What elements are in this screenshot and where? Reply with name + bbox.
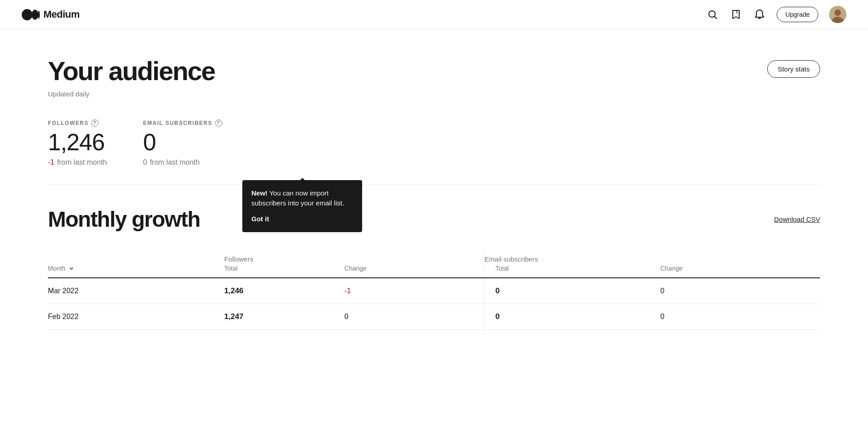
email-stat-block: EMAIL SUBSCRIBERS ? 0 0 from last month [143,119,222,167]
page-title: Your audience [48,57,215,86]
tooltip-bold: New! [251,189,268,197]
search-icon[interactable] [706,8,719,21]
followers-change-value: -1 [48,158,54,167]
updated-subtitle: Updated daily [48,90,215,98]
medium-logo-icon [22,9,40,20]
email-label: EMAIL SUBSCRIBERS ? [143,119,222,127]
table-email-group-header: Email subscribers [484,250,820,265]
monthly-growth-table: Followers Email subscribers Month [48,250,820,330]
followers-label: FOLLOWERS ? [48,119,107,127]
logo-text: Medium [43,9,80,20]
table-followers-change-header: Change [344,265,485,278]
email-count: 0 [143,130,222,154]
table-cell-followers-change-1: 0 [344,304,485,329]
stats-row: FOLLOWERS ? 1,246 -1 from last month EMA… [48,119,820,167]
followers-stat-block: FOLLOWERS ? 1,246 -1 from last month [48,119,107,167]
monthly-growth-header: Monthly growth Download CSV [48,207,820,232]
table-cell-email-change-1: 0 [660,304,820,329]
svg-line-4 [715,17,717,19]
tooltip-got-it-button[interactable]: Got it [251,214,353,224]
page-title-block: Your audience Updated daily [48,57,215,98]
email-info-icon[interactable]: ? [215,119,222,127]
email-change-value: 0 [143,158,147,167]
svg-point-0 [22,9,33,20]
table-cell-month-0: Mar 2022 [48,278,224,304]
table-month-col-header[interactable]: Month [48,265,224,278]
followers-info-icon[interactable]: ? [91,119,99,127]
table-sub-header-row: Month Total Change Total Change [48,265,820,278]
header: Medium Upgrade [0,0,868,29]
header-left: Medium [22,9,80,20]
story-stats-button[interactable]: Story stats [767,60,820,78]
table-cell-followers-change-0: -1 [344,278,485,304]
table-followers-total-header: Total [224,265,344,278]
logo[interactable]: Medium [22,9,80,20]
svg-point-2 [38,10,40,19]
upgrade-button[interactable]: Upgrade [777,7,818,22]
table-body: Mar 2022 1,246 -1 0 0 Feb 2022 1,247 0 0… [48,278,820,330]
table-cell-email-total-0: 0 [484,278,660,304]
avatar[interactable] [829,6,846,23]
table-email-change-header: Change [660,265,820,278]
main-content: Your audience Updated daily Story stats … [0,29,868,357]
table-cell-email-total-1: 0 [484,304,660,329]
table-row: Mar 2022 1,246 -1 0 0 [48,278,820,304]
monthly-growth-title: Monthly growth [48,207,200,232]
download-csv-link[interactable]: Download CSV [774,215,820,223]
month-sort-icon[interactable] [68,265,75,272]
bookmark-icon[interactable] [730,8,742,21]
section-divider: New! You can now import subscribers into… [48,185,820,185]
table-email-total-header: Total [484,265,660,278]
table-cell-month-1: Feb 2022 [48,304,224,329]
followers-count: 1,246 [48,130,107,154]
followers-change: -1 from last month [48,158,107,167]
page-header: Your audience Updated daily Story stats [48,57,820,98]
svg-point-7 [835,10,841,16]
svg-point-1 [32,10,38,19]
table-followers-group-header: Followers [224,250,484,265]
table-group-header-row: Followers Email subscribers [48,250,820,265]
table-month-empty-header [48,250,224,265]
import-tooltip: New! You can now import subscribers into… [242,180,362,233]
email-change: 0 from last month [143,158,222,167]
email-change-suffix: from last month [150,158,199,167]
monthly-growth-table-container: Followers Email subscribers Month [48,250,820,330]
table-cell-followers-total-0: 1,246 [224,278,344,304]
table-cell-email-change-0: 0 [660,278,820,304]
notification-icon[interactable] [753,8,766,21]
table-cell-followers-total-1: 1,247 [224,304,344,329]
table-row: Feb 2022 1,247 0 0 0 [48,304,820,329]
header-right: Upgrade [706,6,846,23]
followers-change-suffix: from last month [57,158,107,167]
